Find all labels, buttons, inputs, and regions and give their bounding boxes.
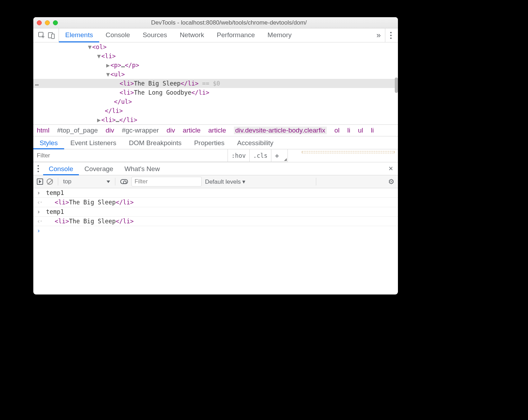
breadcrumb-item[interactable]: div [106,127,114,134]
new-style-rule-button[interactable]: + [271,149,283,162]
console-output[interactable]: temp1 <li>The Big Sleep</li>temp1 <li>Th… [33,188,398,294]
console-toolbar: top Filter Default levels ▾ ⚙ [33,175,398,188]
close-window-button[interactable] [37,20,42,25]
console-settings-icon[interactable]: ⚙ [388,177,394,186]
dom-tree[interactable]: … ▼<ol>▼<li>▶<p>…</p>▼<ul><li>The Big Sl… [33,42,398,124]
separator [115,178,115,185]
device-toolbar-icon[interactable] [48,32,55,39]
breadcrumb-item[interactable]: li [347,127,350,134]
scrollbar-thumb[interactable] [395,77,398,93]
dom-node[interactable]: <li>The Big Sleep</li> == $0 [33,79,398,88]
inspect-element-icon[interactable] [38,32,45,39]
breadcrumb-item[interactable]: #gc-wrapper [122,127,159,134]
breadcrumb-item[interactable]: ul [358,127,363,134]
zoom-window-button[interactable] [53,20,58,25]
hov-toggle[interactable]: :hov [228,149,249,162]
tab-elements[interactable]: Elements [59,28,99,42]
separator [316,178,316,185]
cls-toggle[interactable]: .cls [249,149,271,162]
dom-node[interactable]: ▼<li> [33,52,398,61]
devtools-window: DevTools - localhost:8080/web/tools/chro… [33,17,398,294]
drawer-tab-what-s-new[interactable]: What's New [119,162,165,175]
close-drawer-button[interactable]: × [384,162,398,175]
hidden-ancestors-icon[interactable]: … [35,79,39,88]
styles-tabbar: StylesEvent ListenersDOM BreakpointsProp… [33,136,398,149]
window-controls [37,20,58,25]
breadcrumb-item[interactable]: ol [334,127,340,134]
breadcrumb-item[interactable]: html [37,127,49,134]
tab-console[interactable]: Console [99,28,136,42]
styles-filter-input[interactable] [33,149,228,162]
resize-corner-icon[interactable] [283,157,287,162]
svg-rect-2 [52,34,54,39]
console-input-line[interactable]: temp1 [33,207,398,217]
breadcrumb-item[interactable]: article [183,127,201,134]
styles-tab-accessibility[interactable]: Accessibility [231,136,279,149]
dom-node[interactable]: ▼<ul> [33,70,398,79]
console-output-line[interactable]: <li>The Big Sleep</li> [33,217,398,226]
clear-console-icon[interactable] [47,178,53,185]
drawer-tab-coverage[interactable]: Coverage [79,162,119,175]
drawer-menu-button[interactable] [33,162,43,175]
dropdown-caret-icon [107,181,110,183]
settings-menu-button[interactable] [385,28,397,42]
console-input-line[interactable]: temp1 [33,188,398,198]
console-output-line[interactable]: <li>The Big Sleep</li> [33,198,398,207]
breadcrumb-item[interactable]: #top_of_page [57,127,98,134]
breadcrumb-item[interactable]: div [167,127,175,134]
console-filter-input[interactable]: Filter [131,177,202,187]
execution-context-select[interactable]: top [63,178,110,185]
styles-filter-row: :hov .cls + [33,149,398,162]
styles-tab-event-listeners[interactable]: Event Listeners [64,136,123,149]
styles-tab-dom-breakpoints[interactable]: DOM Breakpoints [123,136,188,149]
overflow-tabs-button[interactable]: » [372,28,385,42]
separator [58,178,58,185]
execution-context-label: top [63,178,72,185]
drawer: ConsoleCoverageWhat's New× top Filter De… [33,162,398,294]
breadcrumb-item[interactable]: div.devsite-article-body.clearfix [234,127,327,134]
log-levels-select[interactable]: Default levels ▾ [205,178,246,185]
box-model-margin-icon [302,151,394,153]
dom-node[interactable]: </ul> [33,97,398,106]
dom-node[interactable]: ▶<p>…</p> [33,61,398,70]
styles-tab-styles[interactable]: Styles [33,136,64,149]
tab-performance[interactable]: Performance [210,28,261,42]
tab-sources[interactable]: Sources [136,28,174,42]
breadcrumb-item[interactable]: article [208,127,226,134]
tab-memory[interactable]: Memory [261,28,298,42]
breadcrumb-item[interactable]: li [371,127,374,134]
main-toolbar: ElementsConsoleSourcesNetworkPerformance… [33,28,398,42]
dom-breadcrumbs[interactable]: html#top_of_pagediv#gc-wrapperdivarticle… [33,124,398,136]
computed-preview [287,149,398,162]
live-expression-icon[interactable] [120,179,128,184]
console-sidebar-toggle-icon[interactable] [37,178,43,185]
styles-tab-properties[interactable]: Properties [188,136,231,149]
window-title: DevTools - localhost:8080/web/tools/chro… [63,19,394,26]
dom-node[interactable]: ▶<li>…</li> [33,115,398,124]
dom-node[interactable]: </li> [33,106,398,115]
dom-node[interactable]: <li>The Long Goodbye</li> [33,88,398,97]
console-prompt[interactable]: › [33,226,398,235]
tab-network[interactable]: Network [174,28,211,42]
titlebar: DevTools - localhost:8080/web/tools/chro… [33,17,398,28]
dom-node[interactable]: ▼<ol> [33,42,398,52]
minimize-window-button[interactable] [45,20,50,25]
drawer-tab-console[interactable]: Console [43,162,79,175]
